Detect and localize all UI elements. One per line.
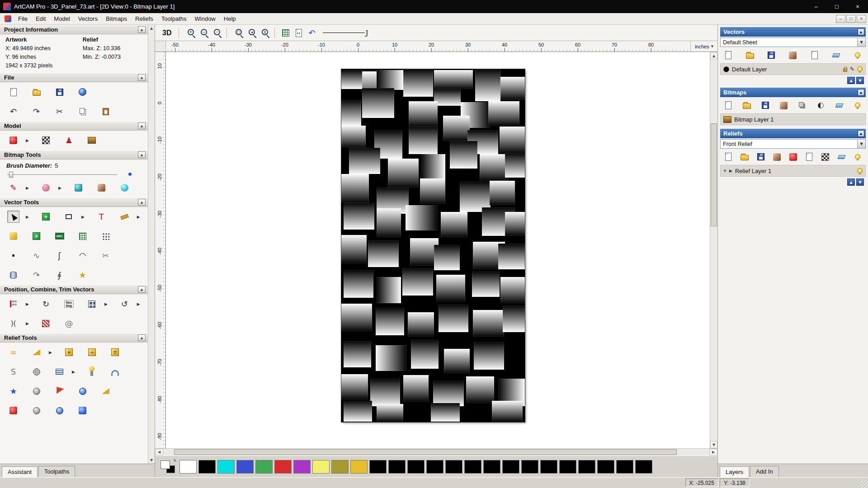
child-minimize-button[interactable]: – [836,15,845,23]
flyout-arrow-icon[interactable]: ▶ [72,370,75,374]
block-copy-icon[interactable] [86,298,98,310]
rotate-copy-icon[interactable]: ↺ [118,298,131,310]
flyout-arrow-icon[interactable]: ▶ [104,302,108,306]
horizontal-scrollbar[interactable]: ◀ ▶ [155,448,717,455]
flyout-arrow-icon[interactable]: ▶ [26,186,29,190]
undo-icon[interactable]: ↶ [7,105,19,117]
palette-swatch-24[interactable] [635,460,652,474]
scroll-right-icon[interactable]: ▶ [709,449,717,455]
add-relief-icon[interactable]: + [63,346,75,358]
paste-icon[interactable] [99,105,112,117]
toggle-all-icon[interactable] [852,100,863,111]
tab-assistant[interactable]: Assistant [2,466,38,478]
scroll-up-icon[interactable]: ▲ [710,52,717,59]
collapse-section-button[interactable]: ▲ [138,151,146,158]
create-cross-icon[interactable]: + [30,230,42,242]
nesting-icon[interactable]: Nes ting [63,298,75,310]
node-editing-icon[interactable] [99,230,112,242]
tab-add-in[interactable]: Add In [750,466,779,477]
create-text-icon[interactable]: T [95,211,108,223]
create-rectangle-icon[interactable] [63,211,75,223]
swirl-relief-icon[interactable] [76,404,89,417]
collapse-section-button[interactable]: ▲ [858,28,864,35]
open-icon[interactable] [30,86,42,98]
chevron-down-icon[interactable]: ▼ [857,140,865,148]
import-relief-icon[interactable] [771,151,782,162]
open-vector-icon[interactable] [745,50,755,61]
new-vector-icon[interactable] [723,50,734,61]
tab-layers[interactable]: Layers [720,466,749,478]
move-layer-down-button[interactable]: ▼ [856,178,864,186]
ruler-units[interactable]: inches ▼ [690,41,717,52]
create-curve-icon[interactable]: ʃ [53,249,66,262]
zoom-window-icon[interactable]: ▫ [210,27,222,39]
visibility-bulb-icon[interactable] [857,66,863,72]
export-vector-icon[interactable] [809,50,820,61]
collapse-section-button[interactable]: ▲ [858,130,864,137]
delete-bitmap-icon[interactable] [834,100,844,111]
collapse-section-button[interactable]: ▲ [138,122,146,129]
lock-icon[interactable] [843,69,847,72]
palette-swatch-10[interactable] [369,460,387,474]
menu-toolpaths[interactable]: Toolpaths [157,14,191,23]
palette-swatch-18[interactable] [521,460,538,474]
palette-swatch-4[interactable] [255,460,273,474]
add-icon[interactable]: + [723,168,726,174]
redo-icon[interactable]: ↷ [30,105,42,117]
collapse-section-button[interactable]: ▲ [138,199,146,206]
join-vectors-icon[interactable]: ∮ [53,269,66,281]
copy-icon[interactable] [76,105,89,117]
palette-swatch-8[interactable] [331,460,349,474]
palette-swatch-6[interactable] [293,460,311,474]
assistant-scrollbar[interactable]: ▲ ▼ [148,25,155,464]
flyout-arrow-icon[interactable]: ▶ [58,186,61,190]
menu-reliefs[interactable]: Reliefs [131,14,157,23]
close-button[interactable]: × [847,0,868,13]
flyout-arrow-icon[interactable]: ▶ [137,302,140,306]
menu-edit[interactable]: Edit [32,14,50,23]
set-model-size-icon[interactable] [7,134,19,146]
palette-swatch-13[interactable] [426,460,443,474]
switch-to-3d-button[interactable]: 3D [160,28,174,38]
paint-icon[interactable] [40,182,52,194]
palette-swatch-20[interactable] [559,460,576,474]
merge-bitmap-icon[interactable] [797,100,807,111]
move-layer-up-button[interactable]: ▲ [847,77,855,84]
palette-swatch-1[interactable] [198,460,216,474]
flyout-arrow-icon[interactable]: ▶ [26,138,29,143]
draw-icon[interactable]: ✎ [7,182,19,194]
minimize-button[interactable]: – [806,0,826,13]
maximize-button[interactable]: □ [826,0,847,13]
interactive-sculpting-icon[interactable] [86,366,98,378]
palette-swatch-22[interactable] [597,460,614,474]
sculpt-icon[interactable]: S [7,366,19,378]
palette-swatch-7[interactable] [312,460,330,474]
relief-selector[interactable]: Front Relief ▼ [720,139,866,149]
collapse-section-button[interactable]: ▲ [138,74,146,81]
model-transfer-icon[interactable] [76,86,89,98]
flyout-arrow-icon[interactable]: ▶ [26,215,29,219]
palette-swatch-15[interactable] [464,460,481,474]
flyout-arrow-icon[interactable]: ▶ [137,215,140,219]
sheet-selector[interactable]: Default Sheet ▼ [720,38,866,47]
previous-view-icon[interactable]: ↶ [306,27,318,39]
vertical-scrollbar[interactable]: ▲ ▼ [710,52,717,448]
angled-plane-icon[interactable] [99,385,112,397]
colour-picker-icon[interactable] [72,182,85,194]
palette-swatch-11[interactable] [388,460,406,474]
toggle-visibility-icon[interactable] [852,50,863,61]
snap-grid-icon[interactable] [279,27,292,39]
palette-swatch-0[interactable] [179,460,197,474]
expander-icon[interactable]: ▶ [729,169,732,173]
dome-relief-icon[interactable] [76,385,89,397]
cut-icon[interactable]: ✂ [53,105,66,117]
2d-view-canvas[interactable] [166,52,710,448]
scroll-up-icon[interactable]: ▲ [148,25,155,32]
text-on-curve-icon[interactable]: ABC [53,230,66,242]
texture-relief-icon[interactable] [30,366,42,378]
chevron-down-icon[interactable]: ▼ [857,38,865,47]
resize-grip[interactable] [860,480,868,488]
scroll-down-icon[interactable]: ▼ [710,441,717,448]
palette-swatch-23[interactable] [616,460,633,474]
create-point-icon[interactable] [7,249,19,262]
